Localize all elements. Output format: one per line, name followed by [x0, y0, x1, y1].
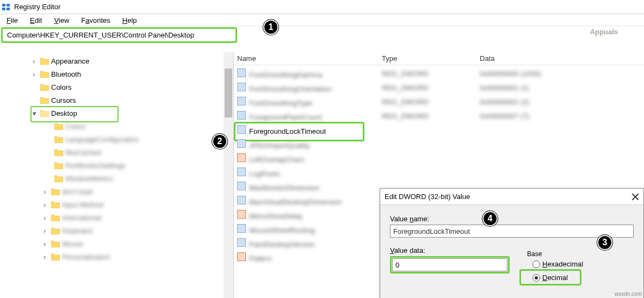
dialog-title-bar[interactable]: Edit DWORD (32-bit) Value	[380, 189, 643, 205]
tree-item[interactable]: › Personalization	[0, 250, 233, 263]
svg-rect-1	[7, 4, 10, 7]
dword-value-icon	[237, 69, 246, 77]
radio-decimal[interactable]: Decimal	[532, 274, 583, 282]
address-bar-input[interactable]	[6, 30, 232, 40]
menu-favorites[interactable]: Favorites	[79, 15, 112, 26]
svg-rect-0	[2, 4, 5, 7]
col-header-name[interactable]: Name	[237, 54, 382, 63]
close-icon[interactable]	[631, 193, 639, 201]
tree-item[interactable]: › don't load	[0, 185, 233, 198]
menu-bar: FFileile Edit View Favorites Help	[0, 14, 644, 26]
string-value-icon	[237, 153, 246, 162]
expand-arrow-icon[interactable]: ›	[44, 240, 49, 248]
watermark: Appuals	[590, 20, 618, 38]
value-data-input[interactable]	[392, 258, 507, 271]
folder-icon	[54, 175, 63, 182]
radio-dot-on-icon	[532, 274, 540, 282]
list-row[interactable]: ForegroundFlashCountREG_DWORD0x00000007 …	[234, 109, 644, 123]
dword-value-icon	[237, 139, 246, 148]
menu-view[interactable]: View	[52, 15, 71, 26]
base-group: Base Hexadecimal Decimal	[525, 246, 583, 282]
tree-item[interactable]: › International	[0, 211, 233, 224]
value-name-label: Value name:	[390, 215, 634, 223]
expand-arrow-icon[interactable]: ›	[44, 253, 49, 261]
folder-icon	[40, 83, 49, 91]
list-row[interactable]: LeftOverlapChars	[234, 151, 644, 165]
folder-icon	[51, 253, 60, 260]
tree-item[interactable]: PerMonitorSettings	[0, 159, 233, 172]
folder-icon	[51, 240, 60, 247]
menu-edit[interactable]: Edit	[28, 15, 44, 26]
folder-icon	[51, 214, 60, 221]
list-row[interactable]: LogPixels	[234, 165, 644, 179]
dialog-title: Edit DWORD (32-bit) Value	[385, 193, 470, 201]
tree-item[interactable]: LanguageConfiguration	[0, 133, 233, 146]
value-data-label: Value data:	[390, 246, 510, 254]
dword-value-icon	[237, 238, 246, 247]
tree-item-cursors[interactable]: Cursors	[0, 94, 233, 107]
expand-arrow-icon[interactable]: ›	[44, 227, 49, 235]
list-row[interactable]: FontSmoothingGammaREG_DWORD0x00000000 (1…	[234, 66, 644, 80]
base-legend: Base	[525, 250, 544, 258]
tree-item-desktop[interactable]: ▾ Desktop	[0, 107, 233, 120]
folder-icon	[51, 201, 60, 208]
folder-icon	[40, 70, 49, 78]
tree-item[interactable]: › Input Method	[0, 198, 233, 211]
dword-value-icon	[237, 182, 246, 190]
folder-icon	[40, 96, 49, 104]
string-value-icon	[237, 252, 246, 261]
list-header: Name Type Data	[234, 52, 644, 65]
expand-arrow-icon[interactable]: ›	[33, 57, 38, 65]
svg-rect-3	[7, 8, 10, 10]
folder-icon	[54, 162, 63, 169]
list-pane: Name Type Data FontSmoothingGammaREG_DWO…	[234, 52, 644, 298]
annotation-1: 1	[263, 20, 278, 35]
expand-arrow-icon[interactable]: ›	[44, 214, 49, 222]
expand-arrow-icon[interactable]: ›	[44, 201, 49, 209]
radio-hexadecimal[interactable]: Hexadecimal	[532, 260, 583, 268]
folder-icon	[40, 109, 49, 117]
tree-item[interactable]: WindowMetrics	[0, 172, 233, 185]
radio-dot-icon	[532, 260, 540, 268]
tree-scrollbar[interactable]	[224, 52, 233, 298]
value-name-input[interactable]	[390, 225, 634, 238]
tree-pane: › Appearance› Bluetooth Colors Cursors▾ …	[0, 52, 234, 298]
string-value-icon	[237, 210, 246, 219]
annotation-4: 4	[482, 211, 498, 226]
expand-arrow-icon[interactable]: ›	[33, 70, 38, 78]
dword-value-icon	[237, 83, 246, 91]
annotation-2: 2	[212, 134, 227, 149]
source-credit: wsxdn.com	[615, 291, 642, 297]
dword-value-icon	[237, 196, 246, 204]
window-title: Registry Editor	[14, 3, 60, 11]
title-bar: Registry Editor	[0, 0, 644, 14]
list-row[interactable]: FontSmoothingOrientationREG_DWORD0x00000…	[234, 80, 644, 95]
list-row[interactable]: FontSmoothingTypeREG_DWORD0x00000002 (2)	[234, 95, 644, 109]
tree-item[interactable]: › Mouse	[0, 237, 233, 250]
folder-icon	[51, 227, 60, 234]
regedit-icon	[2, 3, 11, 11]
address-bar-highlight	[1, 27, 237, 43]
tree-item[interactable]: MuiCached	[0, 146, 233, 159]
dword-value-icon	[237, 111, 246, 120]
value-data-highlight	[390, 256, 510, 274]
expand-arrow-icon[interactable]: ›	[44, 188, 49, 196]
tree-item-bluetooth[interactable]: › Bluetooth	[0, 67, 233, 80]
tree-item-appearance[interactable]: › Appearance	[0, 54, 233, 67]
expand-arrow-icon[interactable]: ▾	[33, 109, 38, 117]
tree-item[interactable]: › Keyboard	[0, 224, 233, 237]
folder-icon	[40, 57, 49, 65]
col-header-data[interactable]: Data	[480, 54, 644, 63]
folder-icon	[54, 135, 63, 143]
tree-item-colors[interactable]: Colors	[0, 80, 233, 94]
svg-rect-2	[2, 8, 5, 10]
folder-icon	[51, 188, 60, 195]
folder-icon	[54, 148, 63, 156]
menu-file[interactable]: FFileile	[4, 15, 20, 26]
dword-value-icon	[237, 224, 246, 233]
folder-icon	[54, 122, 63, 130]
col-header-type[interactable]: Type	[382, 54, 480, 63]
value-foregroundlocktimeout[interactable]: ForegroundLockTimeout	[234, 123, 644, 137]
dword-value-icon	[237, 97, 246, 105]
menu-help[interactable]: Help	[120, 15, 139, 26]
